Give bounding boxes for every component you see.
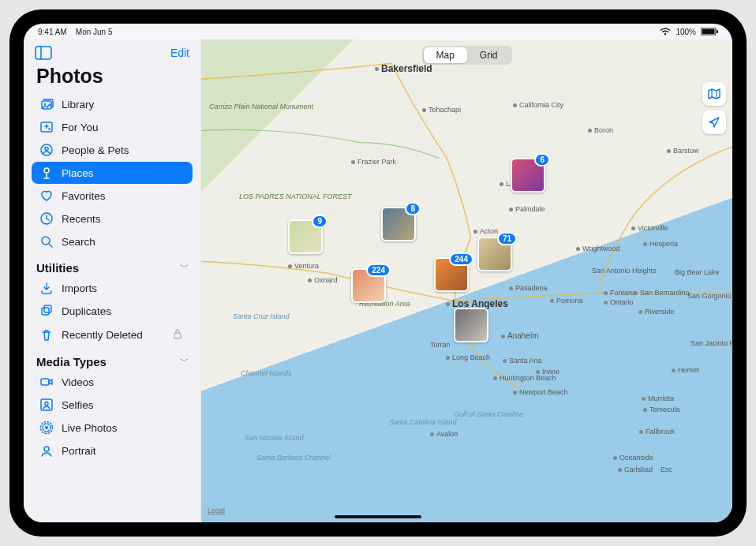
sidebar-item-label: For You [62, 122, 99, 133]
cluster-count-badge: 244 [449, 252, 473, 266]
segment-grid[interactable]: Grid [467, 47, 511, 63]
photo-cluster[interactable]: 71 [477, 237, 512, 271]
cluster-count-badge: 9 [312, 215, 327, 228]
photo-cluster[interactable]: 8 [381, 207, 416, 241]
map-label: Hemet [672, 366, 699, 374]
map-legal-link[interactable]: Legal [208, 507, 225, 514]
svg-rect-15 [174, 333, 181, 338]
sidebar-item-imports[interactable]: Imports [32, 277, 193, 299]
svg-point-10 [44, 168, 49, 173]
sidebar-item-selfies[interactable]: Selfies [32, 394, 193, 416]
cluster-count-badge: 6 [534, 153, 550, 166]
map-label: Pasadena [509, 284, 548, 292]
photo-cluster[interactable]: 224 [351, 268, 386, 303]
sidebar-item-livephotos[interactable]: Live Photos [32, 417, 193, 439]
svg-rect-1 [702, 29, 715, 35]
sidebar-section-media-types[interactable]: Media Types〉 [28, 350, 196, 370]
svg-point-19 [45, 426, 48, 429]
cluster-count-badge: 224 [366, 264, 391, 277]
cluster-count-badge: 71 [497, 232, 517, 245]
person-circle-icon [39, 143, 54, 157]
map-style-button[interactable] [702, 82, 726, 106]
places-map-view[interactable]: BakersfieldTehachapiCalifornia CityBoron… [201, 39, 732, 522]
sidebar-section-utilities[interactable]: Utilities〉 [28, 256, 196, 276]
sidebar-item-videos[interactable]: Videos [32, 371, 193, 393]
svg-rect-2 [717, 30, 718, 33]
battery-icon [701, 28, 718, 36]
status-right: 100% [660, 28, 718, 36]
status-left: 9:41 AM Mon Jun 5 [38, 28, 113, 36]
portrait-icon [39, 443, 54, 458]
map-label: San Gorgonio Mountain 11,499 ft [687, 292, 732, 300]
map-label: Santa Barbara Channel [256, 454, 331, 462]
map-label: Bakersfield [375, 63, 432, 74]
segment-map[interactable]: Map [423, 47, 466, 63]
map-label: Avalon [430, 430, 458, 438]
sidebar-item-library[interactable]: Library [32, 93, 193, 115]
map-label: Big Bear Lake [675, 268, 720, 276]
sidebar-item-label: Places [62, 167, 94, 179]
photo-cluster[interactable]: 9 [288, 219, 323, 254]
sidebar-item-label: Recently Deleted [62, 329, 143, 341]
sidebar-item-portrait[interactable]: Portrait [32, 439, 193, 462]
photo-cluster[interactable] [454, 308, 488, 342]
status-date: Mon Jun 5 [76, 28, 113, 36]
sidebar-toggle-icon[interactable] [35, 46, 52, 60]
section-title: Media Types [36, 355, 107, 368]
sidebar-item-foryou[interactable]: For You [32, 116, 193, 138]
photo-cluster[interactable]: 244 [434, 257, 469, 292]
map-label: Anaheim [501, 331, 538, 340]
map-label: Oxnard [308, 276, 338, 284]
sidebar: Edit Photos LibraryFor YouPeople & PetsP… [24, 39, 201, 522]
map-label: Torran [430, 341, 451, 349]
clock-icon [39, 211, 54, 226]
svg-rect-13 [42, 308, 49, 315]
map-label: San Nicolas Island [245, 434, 304, 442]
map-label: Palmdale [509, 205, 545, 213]
sidebar-item-label: Portrait [62, 445, 96, 457]
sidebar-item-search[interactable]: Search [32, 230, 193, 252]
map-label: San Bernardino [634, 289, 690, 297]
cluster-thumb [455, 309, 487, 341]
sidebar-item-label: Recents [62, 213, 101, 225]
wifi-icon [660, 28, 671, 36]
sidebar-item-deleted[interactable]: Recently Deleted [32, 323, 193, 347]
status-bar: 9:41 AM Mon Jun 5 100% [24, 24, 732, 39]
sidebar-item-recents[interactable]: Recents [32, 208, 193, 230]
sidebar-item-label: Favorites [62, 190, 106, 202]
map-grid-segmented[interactable]: Map Grid [421, 46, 511, 65]
edit-button[interactable]: Edit [170, 47, 189, 59]
video-icon [39, 375, 54, 389]
map-label: Wrightwood [576, 245, 619, 252]
sidebar-item-people[interactable]: People & Pets [32, 139, 193, 161]
map-label: Carrizo Plain National Monument [209, 103, 313, 110]
home-indicator[interactable] [335, 515, 421, 518]
svg-point-18 [45, 402, 48, 406]
map-label: California City [513, 101, 563, 109]
status-time: 9:41 AM [38, 28, 67, 36]
map-label: Santa Ana [503, 357, 542, 365]
svg-point-6 [44, 103, 46, 105]
sidebar-item-favorites[interactable]: Favorites [32, 185, 193, 207]
map-label: Esc [661, 466, 672, 473]
sidebar-item-places[interactable]: Places [32, 162, 193, 184]
sidebar-item-label: Library [62, 99, 94, 110]
map-label: Oceanside [613, 454, 653, 462]
locate-me-button[interactable] [702, 110, 726, 134]
battery-percent: 100% [676, 28, 696, 36]
heart-icon [39, 189, 54, 203]
map-label: Newport Beach [513, 388, 568, 396]
cluster-count-badge: 8 [405, 202, 421, 215]
screen: 9:41 AM Mon Jun 5 100% [24, 24, 732, 522]
sidebar-item-duplicates[interactable]: Duplicates [32, 300, 193, 322]
map-label: Temecula [643, 406, 680, 413]
svg-point-9 [45, 148, 48, 151]
sidebar-item-label: Live Photos [62, 422, 118, 434]
map-label: Gulf of Santa Catalina [454, 410, 523, 418]
map-label: Huntington Beach [493, 374, 556, 382]
map-label: Boron [588, 126, 613, 134]
sidebar-item-label: People & Pets [62, 144, 129, 156]
photo-cluster[interactable]: 6 [511, 158, 545, 193]
map-label: Santa Cruz Island [233, 312, 290, 320]
map-label: Frazier Park [351, 158, 396, 166]
